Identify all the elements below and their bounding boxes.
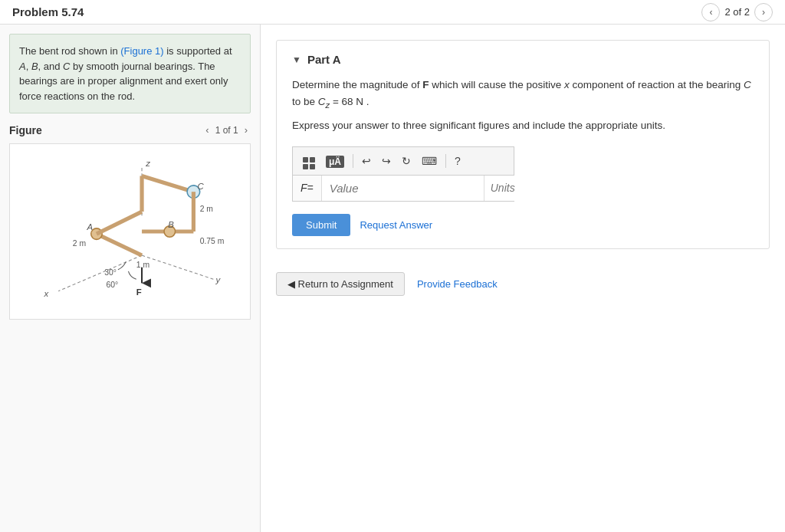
svg-text:C: C	[198, 182, 205, 191]
italic-cz: Cz	[318, 96, 330, 107]
prev-problem-button[interactable]: ‹	[701, 3, 720, 21]
help-icon: ?	[455, 155, 461, 167]
next-problem-button[interactable]: ›	[754, 3, 773, 21]
right-panel: ▼ Part A Determine the magnitude of F wh…	[261, 25, 785, 532]
svg-text:60°: 60°	[106, 281, 118, 289]
figure-navigation: ‹ 1 of 1 ›	[202, 123, 251, 137]
instruction-text: Express your answer to three significant…	[292, 117, 754, 134]
page-header: Problem 5.74 ‹ 2 of 2 ›	[0, 0, 785, 25]
return-to-assignment-button[interactable]: ◀ Return to Assignment	[276, 272, 405, 296]
problem-title: Problem 5.74	[12, 5, 84, 18]
svg-text:1 m: 1 m	[136, 261, 149, 269]
provide-feedback-button[interactable]: Provide Feedback	[417, 278, 498, 290]
figure-section: Figure ‹ 1 of 1 › z	[0, 123, 260, 532]
prev-figure-button[interactable]: ‹	[202, 123, 212, 137]
italic-c: C	[744, 79, 751, 90]
figure-link[interactable]: (Figure 1)	[120, 45, 163, 57]
answer-toolbar: μÄ ↩ ↪ ↻	[292, 146, 514, 175]
svg-text:B: B	[168, 220, 174, 229]
problem-text: Determine the magnitude of F which will …	[292, 77, 754, 111]
main-layout: The bent rod shown in (Figure 1) is supp…	[0, 25, 785, 532]
request-answer-button[interactable]: Request Answer	[360, 219, 432, 231]
description-text: The bent rod shown in	[19, 45, 120, 57]
italic-x: x	[564, 79, 570, 90]
svg-text:F: F	[136, 287, 142, 297]
svg-text:2 m: 2 m	[73, 239, 86, 248]
bold-f: F	[422, 79, 429, 90]
svg-text:A: A	[87, 222, 94, 232]
part-header: ▼ Part A	[292, 53, 754, 66]
left-panel: The bent rod shown in (Figure 1) is supp…	[0, 25, 261, 532]
redo-toolbar-button[interactable]: ↪	[378, 153, 395, 169]
units-input[interactable]	[484, 176, 545, 201]
svg-text:z: z	[145, 159, 150, 168]
f-equals-label: F =	[293, 176, 322, 201]
keyboard-icon: ⌨	[422, 155, 437, 167]
answer-input-area: F =	[292, 175, 514, 202]
bottom-navigation: ◀ Return to Assignment Provide Feedback	[276, 272, 770, 296]
figure-count: 1 of 1	[215, 125, 238, 136]
action-row: Submit Request Answer	[292, 214, 754, 236]
figure-header: Figure ‹ 1 of 1 ›	[9, 123, 251, 137]
toolbar-separator-1	[353, 154, 353, 168]
refresh-toolbar-button[interactable]: ↻	[398, 153, 415, 169]
figure-image: z x y 30° 60°	[9, 143, 251, 320]
help-toolbar-button[interactable]: ?	[451, 153, 465, 169]
refresh-icon: ↻	[402, 155, 411, 167]
svg-text:2 m: 2 m	[200, 205, 213, 213]
grid-icon	[303, 157, 315, 169]
submit-button[interactable]: Submit	[292, 214, 350, 236]
grid-toolbar-button[interactable]	[299, 150, 319, 172]
undo-toolbar-button[interactable]: ↩	[358, 153, 375, 169]
svg-text:0.75 m: 0.75 m	[200, 237, 225, 245]
undo-icon: ↩	[362, 155, 371, 167]
figure-svg: z x y 30° 60°	[10, 144, 250, 319]
part-collapse-arrow[interactable]: ▼	[292, 54, 301, 65]
figure-title: Figure	[9, 124, 42, 136]
redo-icon: ↪	[382, 155, 391, 167]
svg-text:30°: 30°	[104, 268, 117, 277]
toolbar-separator-2	[445, 154, 446, 168]
mu-icon: μÄ	[326, 156, 344, 168]
value-input[interactable]	[322, 176, 484, 201]
part-section: ▼ Part A Determine the magnitude of F wh…	[276, 40, 770, 249]
symbols-toolbar-button[interactable]: μÄ	[322, 153, 348, 169]
keyboard-toolbar-button[interactable]: ⌨	[418, 153, 441, 169]
part-title: Part A	[307, 53, 341, 66]
problem-count: 2 of 2	[724, 6, 750, 18]
header-navigation: ‹ 2 of 2 ›	[701, 3, 773, 21]
problem-description: The bent rod shown in (Figure 1) is supp…	[9, 34, 251, 113]
answer-section: μÄ ↩ ↪ ↻	[292, 146, 754, 202]
next-figure-button[interactable]: ›	[241, 123, 251, 137]
